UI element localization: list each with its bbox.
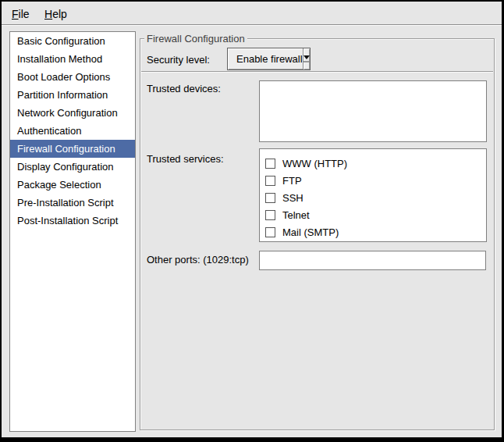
security-level-label: Security level: bbox=[147, 54, 210, 66]
security-level-dropdown[interactable]: Enable firewall bbox=[227, 48, 311, 70]
checkbox-unchecked-icon[interactable] bbox=[265, 193, 275, 203]
service-label: FTP bbox=[282, 175, 302, 187]
sidebar-item-package-selection[interactable]: Package Selection bbox=[10, 176, 135, 194]
sidebar-item-post-installation-script[interactable]: Post-Installation Script bbox=[10, 212, 135, 230]
service-row[interactable]: Mail (SMTP) bbox=[265, 223, 486, 241]
service-label: SSH bbox=[282, 192, 303, 204]
other-ports-input[interactable] bbox=[259, 251, 486, 270]
service-label: Telnet bbox=[282, 209, 310, 221]
sidebar-item-pre-installation-script[interactable]: Pre-Installation Script bbox=[10, 194, 135, 212]
trusted-services-list[interactable]: WWW (HTTP)FTPSSHTelnetMail (SMTP) bbox=[259, 148, 487, 242]
trusted-devices-list[interactable] bbox=[259, 80, 487, 142]
firewall-configuration-frame: Firewall Configuration Security level: E… bbox=[140, 38, 495, 430]
trusted-services-label: Trusted services: bbox=[147, 153, 224, 165]
menu-help[interactable]: Help bbox=[41, 5, 71, 23]
sidebar-item-display-configuration[interactable]: Display Configuration bbox=[10, 158, 135, 176]
sidebar-item-basic-configuration[interactable]: Basic Configuration bbox=[10, 32, 135, 50]
dropdown-dash-icon bbox=[303, 61, 310, 62]
trusted-devices-label: Trusted devices: bbox=[147, 83, 221, 94]
checkbox-unchecked-icon[interactable] bbox=[265, 159, 275, 169]
other-ports-label: Other ports: (1029:tcp) bbox=[147, 254, 249, 266]
menubar-separator bbox=[2, 24, 502, 26]
service-row[interactable]: FTP bbox=[265, 172, 486, 189]
sidebar-item-network-configuration[interactable]: Network Configuration bbox=[10, 104, 135, 122]
section-list[interactable]: Basic ConfigurationInstallation MethodBo… bbox=[9, 31, 136, 432]
service-label: WWW (HTTP) bbox=[282, 158, 347, 169]
sidebar-item-installation-method[interactable]: Installation Method bbox=[10, 50, 135, 68]
dropdown-arrow-button[interactable] bbox=[303, 48, 310, 70]
checkbox-unchecked-icon[interactable] bbox=[265, 227, 275, 237]
sidebar-item-authentication[interactable]: Authentication bbox=[10, 122, 135, 140]
menu-file[interactable]: File bbox=[8, 5, 34, 23]
checkbox-unchecked-icon[interactable] bbox=[265, 176, 275, 186]
frame-separator bbox=[141, 71, 493, 73]
sidebar-item-boot-loader-options[interactable]: Boot Loader Options bbox=[10, 68, 135, 86]
service-row[interactable]: WWW (HTTP) bbox=[265, 155, 486, 172]
service-label: Mail (SMTP) bbox=[282, 226, 339, 238]
menubar: FileHelp bbox=[2, 2, 502, 24]
chevron-down-icon bbox=[303, 55, 310, 59]
kickstart-configurator-window: FileHelp Basic ConfigurationInstallation… bbox=[0, 0, 504, 442]
security-level-value: Enable firewall bbox=[228, 48, 303, 70]
checkbox-unchecked-icon[interactable] bbox=[265, 210, 275, 220]
service-row[interactable]: Telnet bbox=[265, 206, 486, 223]
sidebar-item-firewall-configuration[interactable]: Firewall Configuration bbox=[10, 140, 135, 158]
service-row[interactable]: SSH bbox=[265, 189, 486, 206]
sidebar-item-partition-information[interactable]: Partition Information bbox=[10, 86, 135, 104]
frame-title: Firewall Configuration bbox=[144, 33, 247, 45]
